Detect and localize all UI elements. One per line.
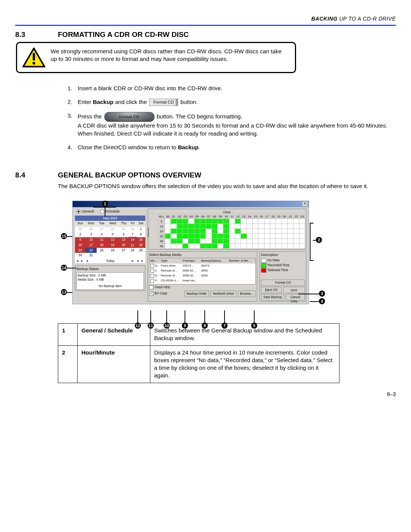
callout-10: 10 — [164, 323, 170, 329]
calendar-grid[interactable]: SunMonTueWedThuFriSat 2526272829301 2345… — [75, 221, 145, 258]
section-8-4-heading: 8.4 GENERAL BACKUP OPTIONS OVERVIEW — [15, 170, 396, 180]
hour-minute-grid[interactable]: ALL0001020304050607080910111213141516171… — [149, 214, 305, 249]
callout-12: 12 — [135, 323, 141, 329]
warning-box: We strongly recommend using CDR discs ra… — [16, 42, 296, 73]
svg-rect-1 — [33, 53, 35, 61]
section-8-3-heading: 8.3 FORMATTING A CDR OR CD-RW DISC — [15, 30, 396, 40]
backup-status-box: Backup Size : 0 MB Media Size : 0 MB No … — [76, 272, 144, 290]
tab-general[interactable]: General — [76, 209, 94, 214]
callout-7: 7 — [221, 323, 228, 329]
header-strong: BACKING — [311, 16, 338, 22]
callout-2: 2 — [316, 237, 322, 243]
doc-page: BACKING UP TO A CD-R DRIVE 8.3 FORMATTIN… — [15, 15, 396, 398]
start-backup-button[interactable]: Start Backup — [261, 294, 284, 300]
step-3: 3. Press the format CD button. The CD be… — [65, 112, 396, 137]
calendar-nav[interactable]: ◄◄ ◄ Today ► ►► — [75, 258, 145, 263]
header-rest: UP TO A CD-R DRIVE — [338, 16, 396, 22]
callout-13: 13 — [61, 289, 67, 295]
callout-1: 1 — [102, 201, 108, 207]
calendar[interactable]: May 2004 SunMonTueWedThuFriSat 252627282… — [75, 216, 145, 263]
today-button[interactable]: Today — [106, 259, 115, 263]
page-number: 8–3 — [15, 391, 396, 398]
step-1: 1. Insert a blank CDR or CD-RW disc into… — [65, 85, 396, 92]
backup-order-button[interactable]: Backup Order — [185, 291, 209, 297]
media-table[interactable]: Me...TypeFreeSpa...BackupSpace(...Number… — [149, 258, 256, 284]
header-rule — [15, 25, 396, 26]
bv-copy-label: BV Copy — [155, 291, 167, 296]
step-2: 2. Enter Backup and click the Format CD … — [65, 98, 396, 106]
callout-5: 5 — [251, 323, 257, 329]
sec-8-4-intro: The BACKUP OPTIONS window offers the sel… — [58, 182, 396, 190]
backup-media-group: Select Backup Media Me...TypeFreeSpa...B… — [148, 251, 257, 302]
hour-label: Hour — [149, 210, 305, 214]
sec-title-2: GENERAL BACKUP OPTIONS OVERVIEW — [58, 170, 201, 180]
tab-schedule[interactable]: Schedule — [100, 209, 120, 214]
warning-icon — [22, 48, 45, 68]
hour-minute-panel: Hour Minute ALL0001020304050607080910111… — [148, 209, 306, 250]
backup-dialog-window: × General Schedule May 2004 SunMonTueWed… — [72, 201, 309, 304]
sec-title: FORMATTING A CDR OR CD-RW DISC — [58, 30, 189, 40]
cancel-button[interactable]: Cancel — [286, 294, 305, 300]
step-list: 1. Insert a blank CDR or CD-RW disc into… — [65, 85, 396, 152]
network-drive-button[interactable]: NetWork Drive — [210, 291, 236, 297]
bv-copy-checkbox[interactable] — [149, 292, 153, 296]
step-4: 4. Close the DirectCD window to return t… — [65, 144, 396, 151]
backup-status-title: Backup Status — [76, 267, 144, 271]
callout-11: 11 — [148, 323, 154, 329]
media-title: Select Backup Media — [149, 252, 256, 257]
callout-9: 9 — [182, 323, 188, 329]
callout-4: 4 — [319, 298, 325, 304]
quick-format-button[interactable]: Quick Format(IEEE 1394) — [283, 287, 305, 293]
swatch-selected — [261, 268, 266, 273]
backup-dialog-figure: 1 15 14 13 2 3 4 12 11 10 9 8 7 5 — [49, 201, 396, 304]
feature-table: 1General / ScheduleSwitches between the … — [58, 323, 339, 383]
svg-point-2 — [33, 62, 35, 64]
backup-status-group: Backup Status Backup Size : 0 MB Media S… — [75, 265, 145, 291]
warning-text: We strongly recommend using CDR discs ra… — [51, 48, 289, 68]
dialog-titlebar: × — [73, 201, 309, 207]
sec-num-2: 8.4 — [15, 170, 49, 180]
callout-14: 14 — [61, 265, 67, 271]
swatch-nodata — [261, 258, 266, 263]
page-header: BACKING UP TO A CD-R DRIVE — [15, 15, 396, 22]
calendar-month-label: May 2004 — [75, 216, 145, 221]
format-cd-small-button[interactable]: Format CD — [149, 99, 178, 106]
tab-row: General Schedule — [75, 209, 145, 214]
fixed-hdd-label: Fixed HDD — [155, 285, 170, 289]
step-1-text: Insert a blank CDR or CD-RW disc into th… — [78, 85, 396, 92]
fixed-hdd-checkbox[interactable] — [149, 285, 153, 289]
swatch-recorded — [261, 263, 266, 268]
browse-button[interactable]: Browse... — [238, 291, 256, 297]
eject-cd-button[interactable]: Eject CD — [261, 287, 282, 293]
callout-15: 15 — [61, 233, 67, 239]
callout-3: 3 — [319, 291, 325, 297]
desc-title: Description — [261, 252, 305, 257]
format-cd-button[interactable]: Format CD — [261, 280, 305, 286]
callout-8: 8 — [202, 323, 208, 329]
close-icon[interactable]: × — [302, 201, 308, 207]
sec-num: 8.3 — [15, 30, 49, 40]
format-cd-pill-button[interactable]: format CD — [104, 112, 155, 122]
